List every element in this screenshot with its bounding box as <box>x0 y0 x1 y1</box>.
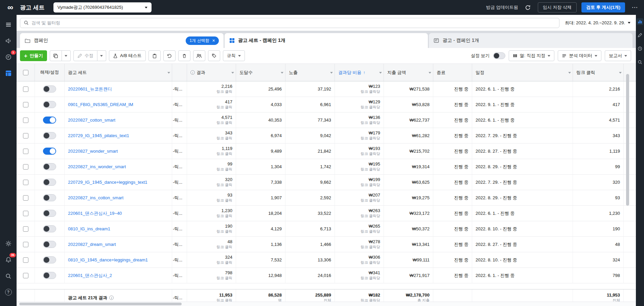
edit-caret-button[interactable] <box>97 50 106 61</box>
level-tabs: 캠페인 1개 선택함 × 광고 세트 - 캠페인 1개 광고 - 캠페인 1개 <box>17 31 636 48</box>
row-checkbox[interactable] <box>23 242 28 247</box>
tab-ads[interactable]: 광고 - 캠페인 1개 <box>429 33 632 48</box>
cell-spent: ₩215,702 <box>384 144 433 159</box>
col-header-toggle[interactable]: 해제/설정 <box>35 64 65 81</box>
adset-name-link[interactable]: 0810_IG_ins_dream1 <box>68 226 110 231</box>
create-button[interactable]: + 만들기 <box>20 50 47 61</box>
horizontal-scrollbar-thumb[interactable] <box>19 303 182 305</box>
adset-toggle[interactable] <box>43 132 56 139</box>
selected-count-badge[interactable]: 1개 선택함 × <box>186 36 218 45</box>
ads-manager-button[interactable] <box>3 36 14 46</box>
adset-name-link[interactable]: 20220827_ins_wonder_smart <box>68 164 126 169</box>
row-checkbox[interactable] <box>23 195 28 201</box>
adset-name-link[interactable]: 220601_댄스관심사_19~40 <box>68 210 122 216</box>
search-box[interactable] <box>20 18 559 28</box>
edit-rail-button[interactable] <box>637 32 643 39</box>
delete-button[interactable] <box>178 50 190 61</box>
account-selector[interactable]: Vymade광고 (702690437641825) <box>53 2 152 12</box>
adset-toggle[interactable] <box>43 148 56 155</box>
vertical-scrollbar-thumb[interactable] <box>626 74 629 206</box>
adset-toggle[interactable] <box>43 241 56 248</box>
adset-name-link[interactable]: 20220827_cotton_smart <box>68 118 115 123</box>
rules-button[interactable]: 규칙 <box>223 50 245 61</box>
alerts-button[interactable]: 35 <box>3 255 14 265</box>
discard-draft-button[interactable]: 임시 저장 삭제 <box>538 2 577 12</box>
cell-link-clicks: 1,230 <box>573 206 624 221</box>
adset-toggle[interactable] <box>43 272 56 279</box>
adset-toggle[interactable] <box>43 194 56 201</box>
adset-toggle[interactable] <box>43 256 56 263</box>
columns-button[interactable]: 열: 직접 지정 <box>509 50 555 61</box>
reports-nav-button[interactable] <box>3 68 14 78</box>
refresh-button[interactable] <box>523 2 533 12</box>
help-button[interactable]: ? <box>3 287 14 297</box>
duplicate-caret-button[interactable] <box>62 50 71 61</box>
adset-toggle[interactable] <box>43 225 56 232</box>
col-header-end[interactable]: 종료 <box>433 64 472 81</box>
ab-test-button[interactable]: A/B 테스트 <box>109 50 146 61</box>
col-header-spent[interactable]: 지출 금액 <box>384 64 433 81</box>
row-checkbox[interactable] <box>23 226 28 232</box>
update-status: 방금 업데이트됨 <box>486 4 518 10</box>
adset-name-link[interactable]: 20220827_dream_smart <box>68 242 116 247</box>
undo-button[interactable] <box>163 50 176 61</box>
report-button[interactable]: 보고서 <box>605 50 631 61</box>
adset-toggle[interactable] <box>43 210 56 217</box>
tag-button[interactable] <box>208 50 220 61</box>
clipboard-button[interactable] <box>148 50 161 61</box>
sidebar-search-button[interactable] <box>3 271 14 281</box>
row-checkbox[interactable] <box>23 273 28 278</box>
adset-toggle[interactable] <box>43 85 56 93</box>
col-header-impressions[interactable]: 노출 <box>285 64 335 81</box>
adset-toggle[interactable] <box>43 101 56 108</box>
menu-button[interactable] <box>3 20 14 30</box>
row-checkbox[interactable] <box>23 86 28 92</box>
row-checkbox[interactable] <box>23 102 28 107</box>
row-checkbox[interactable] <box>23 164 28 170</box>
breakdown-button[interactable]: 분석 데이터 <box>558 50 601 61</box>
adset-name-link[interactable]: 220729_IG_1945_dance+leggings_text1 <box>68 180 147 185</box>
col-header-link-clicks[interactable]: 링크 클릭 <box>573 64 624 81</box>
col-header-schedule[interactable]: 일정 <box>472 64 573 81</box>
review-publish-button[interactable]: 검토 후 게시(1개) <box>581 2 625 12</box>
more-button[interactable]: ⋯ <box>630 2 640 12</box>
row-checkbox[interactable] <box>23 133 28 138</box>
col-header-cost-per-result[interactable]: 결과당 비용↑ <box>335 64 384 81</box>
row-checkbox[interactable] <box>23 211 28 216</box>
row-checkbox[interactable] <box>23 149 28 154</box>
meta-logo-icon[interactable]: ∞ <box>4 3 17 11</box>
settings-button[interactable] <box>3 238 14 249</box>
row-checkbox[interactable] <box>23 180 28 185</box>
duplicate-button[interactable] <box>50 50 62 61</box>
adset-name-link[interactable]: 0810_IG_1945_dance+leggings_dream1 <box>68 257 148 262</box>
adset-name-link[interactable]: 20220827_wonder_smart <box>68 149 118 154</box>
notifications-nav-button[interactable]: 1 <box>3 52 14 62</box>
clear-selection-icon[interactable]: × <box>212 38 215 43</box>
vertical-scrollbar[interactable] <box>626 65 629 301</box>
tab-campaigns[interactable]: 캠페인 1개 선택함 × <box>20 33 224 48</box>
row-checkbox[interactable] <box>23 118 28 123</box>
horizontal-scrollbar[interactable] <box>17 302 636 306</box>
insights-rail-button[interactable] <box>637 18 643 25</box>
col-header-reach[interactable]: 도달수 <box>236 64 285 81</box>
search-input[interactable] <box>31 20 556 25</box>
settings-view-toggle[interactable] <box>493 52 505 59</box>
date-range-selector[interactable]: 최대: 2022. 4. 20.~2022. 9. 29. <box>565 20 630 26</box>
select-all-checkbox[interactable] <box>23 70 28 75</box>
col-header-results[interactable]: i결과 <box>187 64 236 81</box>
adset-name-link[interactable]: 220601_댄스관심사_2 <box>68 273 112 279</box>
adset-name-link[interactable]: 20220827_ins_cotton_smart <box>68 195 123 200</box>
adset-toggle[interactable] <box>43 117 56 124</box>
history-rail-button[interactable] <box>637 45 643 52</box>
search-rail-button[interactable] <box>637 59 643 66</box>
adset-name-link[interactable]: 0901_FBIG_INS365_DREAM_IM <box>68 102 133 107</box>
adset-toggle[interactable] <box>43 179 56 186</box>
adset-name-link[interactable]: 20220601_뉴코튼캔디 <box>68 86 112 92</box>
col-header-name[interactable]: 광고 세트 <box>65 64 172 81</box>
tab-adsets[interactable]: 광고 세트 - 캠페인 1개 <box>225 33 428 48</box>
edit-button[interactable]: 수정 <box>73 50 97 61</box>
adset-name-link[interactable]: 220729_IG_1945_pilates_text1 <box>68 133 129 138</box>
audience-button[interactable] <box>193 50 205 61</box>
row-checkbox[interactable] <box>23 257 28 263</box>
adset-toggle[interactable] <box>43 163 56 170</box>
